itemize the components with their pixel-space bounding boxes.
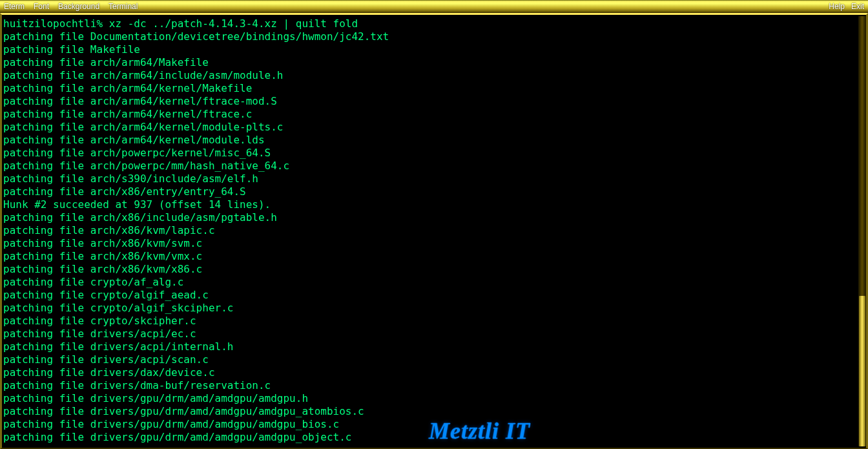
terminal-line: patching file arch/x86/kvm/x86.c [3,263,857,276]
menu-font[interactable]: Font [34,2,49,11]
terminal-output[interactable]: huitzilopochtli% xz -dc ../patch-4.14.3-… [3,16,857,446]
terminal-line: patching file drivers/gpu/drm/amd/amdgpu… [3,431,857,444]
terminal-line: patching file arch/x86/kvm/vmx.c [3,250,857,263]
terminal-line: huitzilopochtli% xz -dc ../patch-4.14.3-… [3,17,857,30]
terminal-line: patching file arch/arm64/kernel/module.l… [3,134,857,147]
terminal-line: patching file drivers/acpi/internal.h [3,340,857,353]
terminal-line: patching file arch/arm64/kernel/Makefile [3,82,857,95]
terminal-line: patching file arch/arm64/kernel/ftrace-m… [3,95,857,108]
terminal-line: patching file crypto/af_alg.c [3,276,857,289]
menu-eterm[interactable]: Eterm [4,2,25,11]
terminal-line: patching file arch/x86/kvm/svm.c [3,237,857,250]
terminal-line: Hunk #2 succeeded at 937 (offset 14 line… [3,198,857,211]
terminal-line: patching file arch/arm64/include/asm/mod… [3,69,857,82]
scrollbar-thumb[interactable] [859,296,865,446]
menu-help[interactable]: Help [829,2,845,11]
terminal-line: patching file arch/x86/entry/entry_64.S [3,185,857,198]
menu-terminal[interactable]: Terminal [108,2,138,11]
menubar-left: Eterm Font Background Terminal [4,2,138,11]
scrollbar[interactable] [858,16,866,446]
menubar-right: Help Exit [829,2,864,11]
terminal-line: patching file crypto/algif_aead.c [3,289,857,302]
terminal-line: patching file drivers/gpu/drm/amd/amdgpu… [3,405,857,418]
terminal-line: patching file arch/powerpc/mm/hash_nativ… [3,160,857,172]
terminal-line: patching file drivers/gpu/drm/amd/amdgpu… [3,392,857,405]
terminal-line: patching file drivers/dax/device.c [3,366,857,379]
terminal-line: patching file arch/x86/include/asm/pgtab… [3,211,857,224]
menubar: Eterm Font Background Terminal Help Exit [0,0,868,13]
terminal-line: patching file arch/arm64/Makefile [3,56,857,69]
terminal-line: patching file Documentation/devicetree/b… [3,30,857,43]
menu-background[interactable]: Background [58,2,99,11]
terminal-line: patching file arch/powerpc/kernel/misc_6… [3,147,857,160]
terminal-line: patching file arch/arm64/kernel/ftrace.c [3,108,857,121]
terminal-line: patching file crypto/skcipher.c [3,315,857,328]
terminal-line: patching file arch/arm64/kernel/module-p… [3,121,857,134]
terminal-line: patching file drivers/gpu/drm/amd/amdgpu… [3,418,857,431]
terminal-line: patching file crypto/algif_skcipher.c [3,302,857,315]
terminal-line: patching file drivers/acpi/scan.c [3,353,857,366]
terminal-line: patching file arch/s390/include/asm/elf.… [3,172,857,185]
terminal-line: patching file drivers/acpi/ec.c [3,328,857,340]
terminal-line: patching file arch/x86/kvm/lapic.c [3,224,857,237]
terminal-line: patching file Makefile [3,43,857,56]
menu-exit[interactable]: Exit [851,2,864,11]
terminal-window: huitzilopochtli% xz -dc ../patch-4.14.3-… [0,13,868,449]
terminal-line: patching file drivers/dma-buf/reservatio… [3,379,857,392]
